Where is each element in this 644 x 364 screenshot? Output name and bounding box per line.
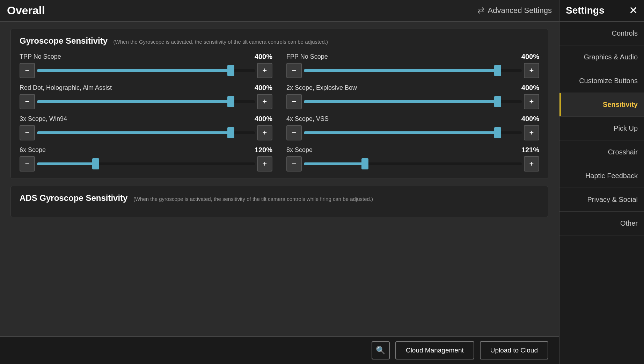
sidebar-item-pick-up[interactable]: Pick Up [559, 117, 644, 140]
advanced-settings-label: Advanced Settings [488, 6, 552, 15]
slider-decrease-8x-scope[interactable]: − [286, 156, 302, 172]
sidebar-item-sensitivity[interactable]: Sensitivity [559, 93, 644, 117]
sidebar-title: Settings [566, 5, 604, 16]
slider-increase-2x-scope[interactable]: + [524, 94, 539, 109]
search-icon: 🔍 [376, 346, 385, 355]
slider-label-8x-scope: 8x Scope [286, 146, 313, 154]
slider-track-container-4x-scope[interactable] [304, 125, 522, 140]
slider-thumb-6x-scope[interactable] [92, 158, 99, 169]
slider-label-row-red-dot: Red Dot, Holographic, Aim Assist 400% [20, 84, 272, 92]
sidebar-item-label-other: Other [566, 219, 638, 227]
slider-track-container-8x-scope[interactable] [304, 156, 522, 172]
ads-section-header: ADS Gyroscope Sensitivity (When the gyro… [20, 193, 539, 203]
slider-value-fpp-no-scope: 400% [521, 53, 539, 61]
slider-controls-4x-scope: − + [286, 125, 539, 140]
slider-value-6x-scope: 120% [255, 146, 272, 154]
slider-row-8x-scope: 8x Scope 121% − + [286, 146, 539, 172]
slider-thumb-4x-scope[interactable] [494, 127, 501, 138]
slider-label-row-fpp-no-scope: FPP No Scope 400% [286, 53, 539, 61]
header: Overall ⇄ Advanced Settings [0, 0, 559, 22]
slider-label-row-2x-scope: 2x Scope, Explosive Bow 400% [286, 84, 539, 92]
slider-decrease-red-dot[interactable]: − [20, 94, 35, 109]
slider-increase-3x-scope[interactable]: + [257, 125, 272, 140]
sidebar-header: Settings ✕ [559, 0, 644, 22]
slider-decrease-6x-scope[interactable]: − [20, 156, 35, 172]
slider-track-container-red-dot[interactable] [37, 94, 255, 109]
slider-value-8x-scope: 121% [521, 146, 539, 154]
slider-track-6x-scope [37, 162, 255, 165]
slider-controls-3x-scope: − + [20, 125, 272, 140]
slider-thumb-8x-scope[interactable] [361, 158, 368, 169]
slider-increase-tpp-no-scope[interactable]: + [257, 63, 272, 78]
slider-increase-6x-scope[interactable]: + [257, 156, 272, 172]
ads-subtitle: (When the gyroscope is activated, the se… [133, 196, 373, 202]
slider-fill-6x-scope [37, 162, 96, 165]
slider-decrease-fpp-no-scope[interactable]: − [286, 63, 302, 78]
slider-label-row-6x-scope: 6x Scope 120% [20, 146, 272, 154]
slider-label-tpp-no-scope: TPP No Scope [20, 53, 61, 60]
slider-thumb-tpp-no-scope[interactable] [227, 65, 234, 76]
slider-label-row-3x-scope: 3x Scope, Win94 400% [20, 115, 272, 123]
slider-label-red-dot: Red Dot, Holographic, Aim Assist [20, 84, 112, 92]
slider-fill-red-dot [37, 100, 231, 103]
slider-decrease-2x-scope[interactable]: − [286, 94, 302, 109]
bottom-bar: 🔍 Cloud Management Upload to Cloud [0, 336, 559, 364]
sidebar-item-other[interactable]: Other [559, 212, 644, 235]
slider-value-tpp-no-scope: 400% [255, 53, 272, 61]
slider-track-2x-scope [304, 100, 522, 103]
slider-fill-tpp-no-scope [37, 69, 231, 72]
slider-row-red-dot: Red Dot, Holographic, Aim Assist 400% − … [20, 84, 272, 109]
close-button[interactable]: ✕ [629, 5, 638, 16]
slider-thumb-3x-scope[interactable] [227, 127, 234, 138]
sidebar-item-haptic-feedback[interactable]: Haptic Feedback [559, 164, 644, 188]
slider-track-container-fpp-no-scope[interactable] [304, 63, 522, 78]
cloud-management-button[interactable]: Cloud Management [395, 341, 474, 359]
slider-increase-red-dot[interactable]: + [257, 94, 272, 109]
sidebar-item-label-customize-buttons: Customize Buttons [566, 77, 638, 85]
slider-label-2x-scope: 2x Scope, Explosive Bow [286, 84, 357, 92]
slider-track-container-3x-scope[interactable] [37, 125, 255, 140]
slider-track-4x-scope [304, 131, 522, 134]
slider-decrease-4x-scope[interactable]: − [286, 125, 302, 140]
ads-section: ADS Gyroscope Sensitivity (When the gyro… [10, 186, 548, 217]
gyroscope-sliders-grid: TPP No Scope 400% − + FPP No Scope 400% [20, 53, 539, 172]
sidebar-item-label-crosshair: Crosshair [566, 148, 638, 156]
slider-increase-4x-scope[interactable]: + [524, 125, 539, 140]
slider-thumb-2x-scope[interactable] [494, 96, 501, 107]
slider-thumb-fpp-no-scope[interactable] [494, 65, 501, 76]
advanced-settings-button[interactable]: ⇄ Advanced Settings [477, 6, 552, 15]
gyroscope-title: Gyroscope Sensitivity [20, 36, 108, 45]
slider-decrease-3x-scope[interactable]: − [20, 125, 35, 140]
sidebar-item-crosshair[interactable]: Crosshair [559, 140, 644, 164]
gyroscope-section-header: Gyroscope Sensitivity (When the Gyroscop… [20, 36, 539, 46]
slider-increase-fpp-no-scope[interactable]: + [524, 63, 539, 78]
slider-track-3x-scope [37, 131, 255, 134]
sidebar-item-graphics-audio[interactable]: Graphics & Audio [559, 45, 644, 69]
slider-value-3x-scope: 400% [255, 115, 272, 123]
sidebar-item-privacy-social[interactable]: Privacy & Social [559, 188, 644, 212]
sidebar-item-customize-buttons[interactable]: Customize Buttons [559, 69, 644, 93]
upload-to-cloud-button[interactable]: Upload to Cloud [480, 341, 548, 359]
slider-row-6x-scope: 6x Scope 120% − + [20, 146, 272, 172]
slider-track-container-6x-scope[interactable] [37, 156, 255, 172]
slider-row-2x-scope: 2x Scope, Explosive Bow 400% − + [286, 84, 539, 109]
slider-fill-fpp-no-scope [304, 69, 498, 72]
slider-row-tpp-no-scope: TPP No Scope 400% − + [20, 53, 272, 78]
slider-row-fpp-no-scope: FPP No Scope 400% − + [286, 53, 539, 78]
slider-thumb-red-dot[interactable] [227, 96, 234, 107]
slider-decrease-tpp-no-scope[interactable]: − [20, 63, 35, 78]
search-button[interactable]: 🔍 [372, 341, 390, 359]
slider-fill-3x-scope [37, 131, 231, 134]
sidebar-item-label-privacy-social: Privacy & Social [566, 196, 638, 204]
slider-increase-8x-scope[interactable]: + [524, 156, 539, 172]
slider-track-container-2x-scope[interactable] [304, 94, 522, 109]
page-title: Overall [7, 4, 45, 17]
slider-fill-4x-scope [304, 131, 498, 134]
slider-controls-fpp-no-scope: − + [286, 63, 539, 78]
slider-row-4x-scope: 4x Scope, VSS 400% − + [286, 115, 539, 140]
gyroscope-subtitle: (When the Gyroscope is activated, the se… [114, 39, 328, 45]
sidebar-item-controls[interactable]: Controls [559, 22, 644, 45]
slider-controls-6x-scope: − + [20, 156, 272, 172]
slider-fill-8x-scope [304, 162, 365, 165]
slider-track-container-tpp-no-scope[interactable] [37, 63, 255, 78]
